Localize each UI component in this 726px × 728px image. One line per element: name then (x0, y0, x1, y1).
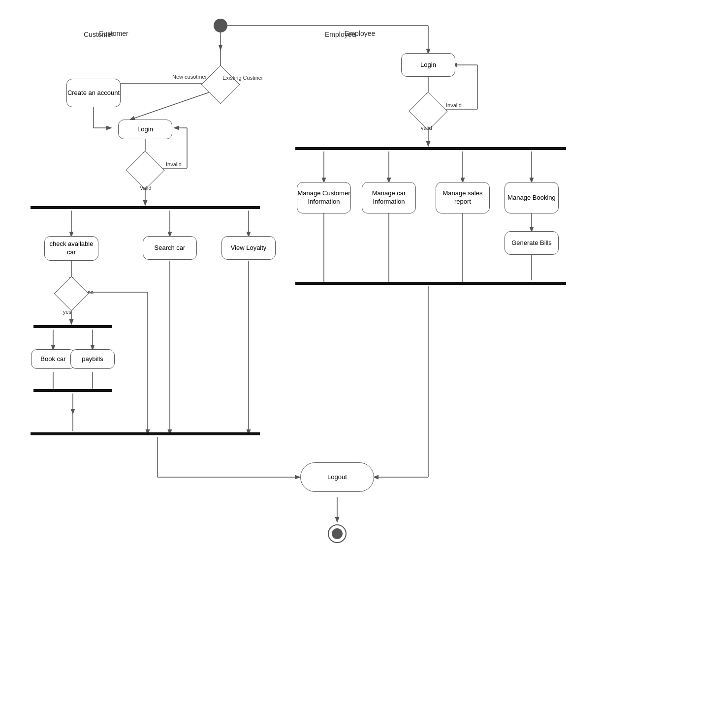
diagram-container: Customer Employee New cusotmer Existing … (0, 0, 726, 728)
manage-sales-box: Manage sales report (436, 182, 490, 213)
new-customer-label: New cusotmer (172, 74, 207, 80)
customer-login-box: Login (118, 120, 172, 139)
customer-invalid-label: Invalid (166, 161, 182, 167)
search-car-box: Search car (143, 236, 197, 260)
car-yes-label: yes (63, 309, 71, 315)
employee-invalid-label: Invalid (446, 102, 462, 108)
start-dot (214, 19, 227, 32)
check-car-box: check available car (44, 236, 98, 261)
generate-bills-box: Generate Bills (505, 231, 559, 255)
book-car-box: Book car (31, 349, 75, 369)
manage-car-box: Manage car Information (362, 182, 416, 213)
employee-valid-label: valid (421, 125, 432, 131)
manage-booking-box: Manage Booking (505, 182, 559, 213)
employee-swimlane-label: Employee (325, 30, 355, 38)
existing-customer-label: Existing Custiner (222, 75, 263, 81)
view-loyalty-box: View Loyalty (221, 236, 276, 260)
customer-swimlane-label: Customer (84, 30, 114, 38)
employee-login-box: Login (401, 53, 455, 77)
logout-box: Logout (300, 462, 374, 492)
customer-valid-label: Valid (140, 185, 152, 191)
manage-customer-box: Manage Customer Information (297, 182, 351, 213)
car-no-label: no (88, 289, 94, 295)
pay-bills-box: paybills (70, 349, 115, 369)
end-circle-inner (332, 528, 343, 539)
create-account-box: Create an account (66, 79, 121, 107)
